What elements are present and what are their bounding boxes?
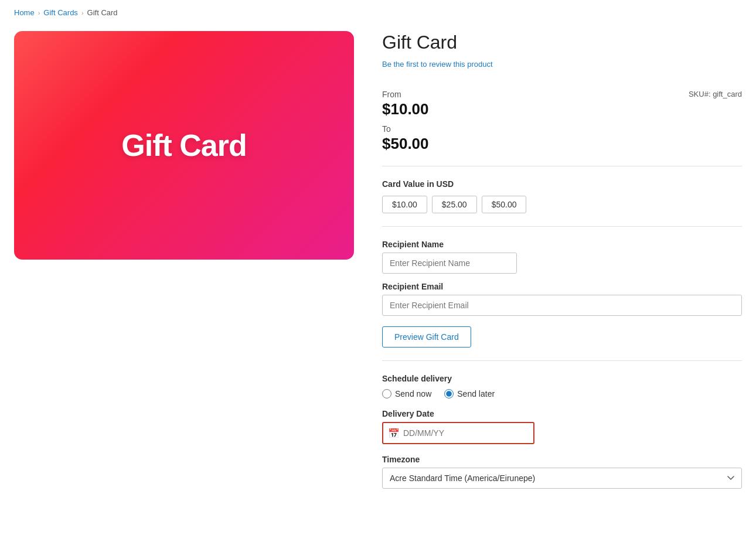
recipient-email-input[interactable] xyxy=(382,295,742,316)
send-now-label: Send now xyxy=(395,389,431,398)
sku-block: SKU#: gift_card xyxy=(689,90,742,98)
recipient-name-field: Recipient Name xyxy=(382,240,742,274)
recipient-name-label: Recipient Name xyxy=(382,240,742,249)
card-value-label: Card Value in USD xyxy=(382,179,742,189)
schedule-delivery-label: Schedule delivery xyxy=(382,374,742,383)
card-value-section: Card Value in USD $10.00 $25.00 $50.00 xyxy=(382,179,742,213)
recipient-email-field: Recipient Email xyxy=(382,282,742,316)
delivery-date-label: Delivery Date xyxy=(382,409,742,418)
review-link[interactable]: Be the first to review this product xyxy=(382,60,493,69)
recipient-email-label: Recipient Email xyxy=(382,282,742,291)
breadcrumb-home[interactable]: Home xyxy=(14,8,35,17)
card-value-btn-0[interactable]: $10.00 xyxy=(382,196,427,213)
gift-card-image-text: Gift Card xyxy=(121,128,246,163)
from-label: From xyxy=(382,90,429,99)
gift-card-image: Gift Card xyxy=(14,31,354,260)
breadcrumb-gift-cards[interactable]: Gift Cards xyxy=(43,8,78,17)
delivery-date-input[interactable] xyxy=(382,422,534,444)
to-label: To xyxy=(382,124,429,134)
send-later-option[interactable]: Send later xyxy=(444,389,495,398)
left-panel: Gift Card xyxy=(14,31,354,489)
price-sku-row: From $10.00 To $50.00 SKU#: gift_card xyxy=(382,90,742,153)
divider-3 xyxy=(382,360,742,361)
timezone-select[interactable]: Acre Standard Time (America/Eirunepe)UTC… xyxy=(382,468,742,489)
recipient-name-input[interactable] xyxy=(382,253,517,274)
timezone-section: Timezone Acre Standard Time (America/Eir… xyxy=(382,455,742,489)
to-price: $50.00 xyxy=(382,135,429,153)
product-title: Gift Card xyxy=(382,31,742,53)
right-panel: Gift Card Be the first to review this pr… xyxy=(382,31,742,489)
card-value-btn-1[interactable]: $25.00 xyxy=(432,196,477,213)
divider-2 xyxy=(382,226,742,227)
breadcrumb: Home › Gift Cards › Gift Card xyxy=(0,0,756,25)
send-later-label: Send later xyxy=(457,389,495,398)
delivery-date-section: Delivery Date 📅 xyxy=(382,409,742,444)
send-later-radio[interactable] xyxy=(444,389,454,398)
breadcrumb-current: Gift Card xyxy=(87,8,118,17)
preview-gift-card-button[interactable]: Preview Gift Card xyxy=(382,326,471,347)
schedule-delivery-section: Schedule delivery Send now Send later xyxy=(382,374,742,398)
breadcrumb-sep-1: › xyxy=(38,9,40,16)
card-value-buttons: $10.00 $25.00 $50.00 xyxy=(382,196,742,213)
radio-group: Send now Send later xyxy=(382,389,742,398)
from-price: $10.00 xyxy=(382,100,429,118)
timezone-label: Timezone xyxy=(382,455,742,464)
send-now-option[interactable]: Send now xyxy=(382,389,431,398)
sku-label: SKU#: xyxy=(689,90,713,98)
send-now-radio[interactable] xyxy=(382,389,391,398)
price-to-block: To $50.00 xyxy=(382,124,429,153)
price-from-block: From $10.00 To $50.00 xyxy=(382,90,429,153)
divider-1 xyxy=(382,166,742,166)
breadcrumb-sep-2: › xyxy=(81,9,84,16)
sku-value: gift_card xyxy=(713,90,742,98)
card-value-btn-2[interactable]: $50.00 xyxy=(482,196,527,213)
date-input-wrap: 📅 xyxy=(382,422,534,444)
